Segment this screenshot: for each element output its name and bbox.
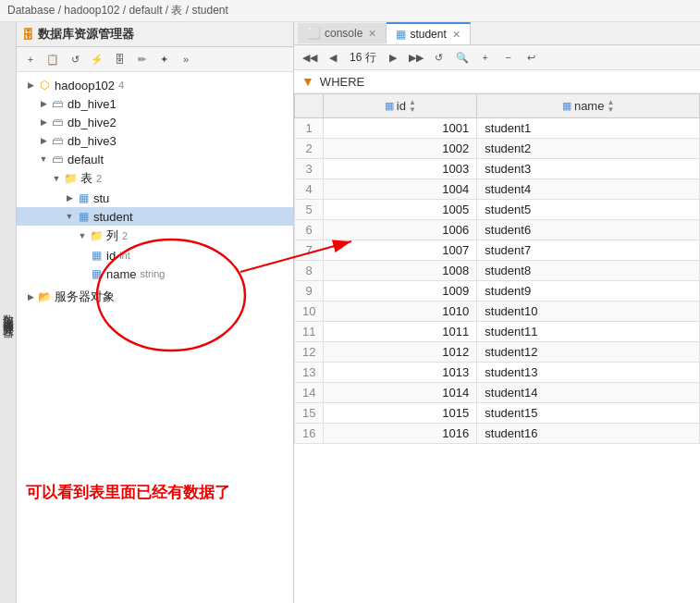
col-header-rownum <box>295 94 324 118</box>
cell-name: student8 <box>477 260 700 280</box>
cell-rownum: 8 <box>295 260 324 280</box>
cell-name: student3 <box>477 158 700 178</box>
tree-item-db-hive2[interactable]: ▶ 🗃 db_hive2 <box>17 113 293 131</box>
cell-name: student12 <box>477 341 700 362</box>
tab-console[interactable]: ⬜ console ✕ <box>298 23 387 43</box>
tree-item-col-name[interactable]: ▦ name string <box>17 265 293 283</box>
table-row[interactable]: 91009student9 <box>295 280 700 301</box>
delete-row-button[interactable]: − <box>498 48 519 67</box>
cell-id: 1016 <box>324 423 477 443</box>
tree-item-db-hive1[interactable]: ▶ 🗃 db_hive1 <box>17 94 293 113</box>
cell-name: student7 <box>477 240 700 260</box>
col-header-name[interactable]: ▦ name ▲▼ <box>477 94 700 118</box>
nav-first-button[interactable]: ◀◀ <box>300 48 320 67</box>
col-name-table-icon: ▦ <box>562 100 571 112</box>
table-row[interactable]: 81008student8 <box>295 260 700 280</box>
nav-last-button[interactable]: ▶▶ <box>406 48 426 67</box>
cell-id: 1005 <box>324 199 477 219</box>
search-data-button[interactable]: 🔍 <box>452 48 473 67</box>
add-row-button[interactable]: + <box>475 48 496 67</box>
arrow-db-hive3: ▶ <box>37 134 50 147</box>
undo-button[interactable]: ↩ <box>522 48 542 67</box>
col-header-id[interactable]: ▦ id ▲▼ <box>324 94 477 118</box>
link-button[interactable]: ✦ <box>154 50 174 68</box>
cell-rownum: 3 <box>295 158 324 178</box>
nav-prev-button[interactable]: ◀ <box>323 48 343 67</box>
left-panel: 🗄 数据库资源管理器 + 📋 ↺ ⚡ 🗄 ✏ ✦ » ▶ ⬡ hadoop102… <box>17 22 294 603</box>
breadcrumb: Database / hadoop102 / default / 表 / stu… <box>0 0 700 22</box>
cell-name: student13 <box>477 362 700 382</box>
student-tab-icon: ▦ <box>396 28 406 41</box>
cell-id: 1002 <box>324 138 477 158</box>
table-row[interactable]: 151015student15 <box>295 402 700 423</box>
tree-item-col-id[interactable]: ▦ id int <box>17 246 293 265</box>
table-row[interactable]: 21002student2 <box>295 138 700 158</box>
table-row[interactable]: 11001student1 <box>295 117 700 138</box>
data-table: ▦ id ▲▼ ▦ name ▲▼ <box>294 93 700 444</box>
cell-name: student14 <box>477 382 700 402</box>
table-row[interactable]: 71007student7 <box>295 240 700 260</box>
cell-id: 1010 <box>324 301 477 321</box>
tree-item-default[interactable]: ▼ 🗃 default <box>17 150 293 168</box>
cell-rownum: 10 <box>295 301 324 321</box>
cell-rownum: 14 <box>295 382 324 402</box>
refresh-data-button[interactable]: ↺ <box>429 48 449 67</box>
edit-button[interactable]: ✏ <box>131 50 152 68</box>
more-button[interactable]: » <box>176 50 196 68</box>
add-button[interactable]: + <box>20 50 41 68</box>
cell-id: 1008 <box>324 260 477 280</box>
tree-item-tables[interactable]: ▼ 📁 表 2 <box>17 168 293 189</box>
tree-item-db-hive3[interactable]: ▶ 🗃 db_hive3 <box>17 131 293 150</box>
tree-item-stu[interactable]: ▶ ▦ stu <box>17 189 293 207</box>
copy-button[interactable]: 📋 <box>43 50 63 68</box>
tab-student-close[interactable]: ✕ <box>452 29 461 41</box>
table-row[interactable]: 161016student16 <box>295 423 700 443</box>
arrow-default: ▼ <box>37 153 50 166</box>
table-row[interactable]: 131013student13 <box>295 362 700 382</box>
cell-name: student11 <box>477 321 700 341</box>
tree-item-hadoop102[interactable]: ▶ ⬡ hadoop102 4 <box>17 76 293 94</box>
table-row[interactable]: 111011student11 <box>295 321 700 341</box>
cell-id: 1012 <box>324 341 477 362</box>
cell-id: 1004 <box>324 178 477 199</box>
cell-name: student2 <box>477 138 700 158</box>
arrow-db-hive1: ▶ <box>37 97 50 110</box>
arrow-hadoop102: ▶ <box>24 79 37 92</box>
sidebar-label[interactable]: 数据库资源管理器 <box>0 22 17 603</box>
arrow-server-obj: ▶ <box>24 290 37 303</box>
tab-student[interactable]: ▦ student ✕ <box>387 22 470 44</box>
tree-item-student[interactable]: ▼ ▦ student <box>17 207 293 226</box>
cell-rownum: 12 <box>295 341 324 362</box>
tree-item-cols[interactable]: ▼ 📁 列 2 <box>17 226 293 246</box>
cell-rownum: 9 <box>295 280 324 301</box>
tables-folder-icon: 📁 <box>63 171 78 186</box>
tree-item-server-obj[interactable]: ▶ 📂 服务器对象 <box>17 287 293 307</box>
table-row[interactable]: 61006student6 <box>295 219 700 240</box>
nav-next-button[interactable]: ▶ <box>383 48 403 67</box>
refresh-button[interactable]: ↺ <box>65 50 85 68</box>
db-hive3-icon: 🗃 <box>50 133 65 148</box>
console-icon: ⬜ <box>307 27 321 40</box>
tab-console-close[interactable]: ✕ <box>368 28 376 40</box>
col-name-icon: ▦ <box>89 266 104 281</box>
where-bar: ▼ WHERE <box>294 70 700 93</box>
table-row[interactable]: 141014student14 <box>295 382 700 402</box>
student-table-icon: ▦ <box>76 209 91 224</box>
cell-rownum: 7 <box>295 240 324 260</box>
db-hive1-icon: 🗃 <box>50 96 65 111</box>
table-row[interactable]: 121012student12 <box>295 341 700 362</box>
cell-id: 1011 <box>324 321 477 341</box>
table-row[interactable]: 51005student5 <box>295 199 700 219</box>
filter-icon: ▼ <box>301 74 314 89</box>
data-table-wrapper[interactable]: ▦ id ▲▼ ▦ name ▲▼ <box>294 93 700 603</box>
cell-rownum: 11 <box>295 321 324 341</box>
filter-button[interactable]: ⚡ <box>87 50 107 68</box>
table-row[interactable]: 41004student4 <box>295 178 700 199</box>
table-row[interactable]: 31003student3 <box>295 158 700 178</box>
cell-id: 1006 <box>324 219 477 240</box>
db-button[interactable]: 🗄 <box>109 50 129 68</box>
table-row[interactable]: 101010student10 <box>295 301 700 321</box>
cell-name: student15 <box>477 402 700 423</box>
cell-rownum: 16 <box>295 423 324 443</box>
db-hive2-icon: 🗃 <box>50 115 65 129</box>
